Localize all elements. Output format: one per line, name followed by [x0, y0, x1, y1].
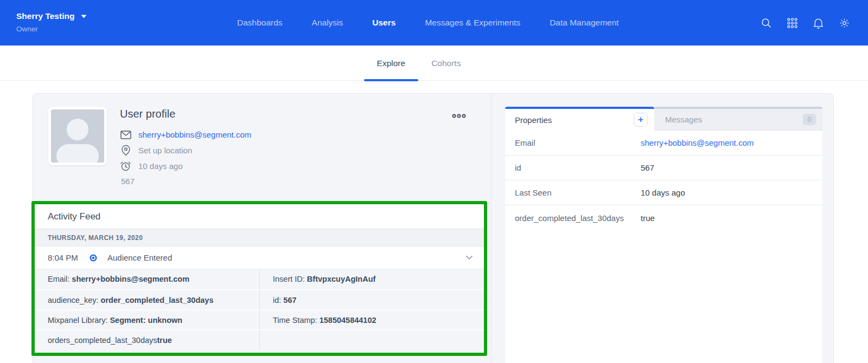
- property-key: id: [505, 163, 641, 172]
- property-key: Email: [505, 138, 641, 147]
- property-row: id 567: [505, 155, 822, 180]
- properties-table: Email sherry+bobbins@segment.com id 567 …: [505, 131, 822, 363]
- main-nav: Dashboards Analysis Users Messages & Exp…: [237, 0, 619, 46]
- event-dot-icon: [89, 254, 98, 262]
- last-seen-clock-icon: [120, 160, 131, 172]
- caret-down-icon: [81, 15, 87, 18]
- chevron-down-icon[interactable]: [465, 255, 473, 260]
- avatar-head-shape: [67, 119, 88, 140]
- tab-explore-label: Explore: [377, 59, 406, 68]
- properties-tabs: Properties + Messages 0: [505, 107, 822, 131]
- profile-id: 567: [121, 177, 135, 186]
- messages-count-badge: 0: [803, 114, 816, 125]
- event-detail-cell-empty: [259, 329, 484, 349]
- project-name: Sherry Testing: [16, 11, 74, 21]
- avatar: [48, 107, 107, 165]
- property-key: order_completed_last_30days: [505, 213, 641, 223]
- user-detail-card: User profile sherry+bobbins@segment.com: [33, 93, 834, 363]
- page-tabs: Explore Cohorts: [0, 46, 868, 81]
- user-role: Owner: [16, 25, 87, 33]
- location-pin-icon: [120, 145, 131, 156]
- property-row: Email sherry+bobbins@segment.com: [505, 131, 822, 155]
- property-row: Last Seen 10 days ago: [505, 180, 822, 205]
- event-detail-cell: Mixpanel Library: Segment: unknown: [35, 309, 259, 329]
- tab-cohorts-label: Cohorts: [431, 59, 461, 68]
- nav-data-management[interactable]: Data Management: [550, 18, 619, 28]
- property-value-email-link[interactable]: sherry+bobbins@segment.com: [641, 138, 822, 147]
- search-icon[interactable]: [760, 17, 772, 29]
- settings-gear-icon[interactable]: [838, 17, 850, 29]
- tab-properties[interactable]: Properties +: [505, 107, 654, 131]
- activity-feed-highlight: Activity Feed THURSDAY, MARCH 19, 2020 8…: [31, 201, 487, 356]
- activity-date-header: THURSDAY, MARCH 19, 2020: [35, 229, 484, 247]
- nav-messages-experiments[interactable]: Messages & Experiments: [425, 18, 520, 28]
- tab-explore[interactable]: Explore: [364, 46, 419, 81]
- profile-title: User profile: [120, 108, 251, 120]
- topbar-icon-group: [760, 0, 850, 46]
- user-profile-section: User profile sherry+bobbins@segment.com: [33, 94, 491, 188]
- tab-properties-label: Properties: [515, 115, 634, 125]
- profile-last-seen: 10 days ago: [138, 161, 183, 171]
- activity-event-row[interactable]: 8:04 PM Audience Entered: [35, 247, 484, 269]
- event-detail-cell: id: 567: [259, 289, 484, 309]
- active-tab-underline: [364, 79, 419, 81]
- property-row: order_completed_last_30days true: [505, 205, 822, 230]
- profile-location[interactable]: Set up location: [138, 146, 192, 155]
- event-time: 8:04 PM: [48, 253, 87, 262]
- tab-cohorts[interactable]: Cohorts: [418, 46, 474, 81]
- property-value: 10 days ago: [641, 188, 822, 197]
- more-options-button[interactable]: [450, 109, 468, 123]
- event-details-grid: Email: sherry+bobbins@segment.com Insert…: [35, 269, 484, 353]
- property-value: true: [641, 213, 822, 223]
- email-envelope-icon: [120, 129, 131, 140]
- nav-analysis[interactable]: Analysis: [312, 18, 343, 28]
- top-navigation-bar: Sherry Testing Owner Dashboards Analysis…: [0, 0, 868, 46]
- activity-feed-title: Activity Feed: [48, 211, 100, 222]
- event-detail-cell: Insert ID: BftvpxcuyAgInAuf: [259, 269, 484, 289]
- tab-messages[interactable]: Messages 0: [654, 107, 822, 131]
- properties-pane: Properties + Messages 0 Email sherry+bob…: [492, 94, 833, 363]
- apps-grid-icon[interactable]: [786, 17, 798, 29]
- project-switcher[interactable]: Sherry Testing Owner: [16, 11, 87, 33]
- profile-email-link[interactable]: sherry+bobbins@segment.com: [138, 130, 251, 139]
- nav-users[interactable]: Users: [372, 18, 395, 28]
- event-detail-cell: audience_key: order_completed_last_30day…: [35, 289, 259, 309]
- event-name: Audience Entered: [107, 253, 465, 262]
- activity-feed-header: Activity Feed: [35, 204, 484, 229]
- add-property-button[interactable]: +: [634, 113, 648, 127]
- tab-messages-label: Messages: [665, 115, 803, 124]
- avatar-body-shape: [56, 144, 99, 163]
- event-detail-cell: Email: sherry+bobbins@segment.com: [35, 269, 259, 289]
- notifications-bell-icon[interactable]: [812, 17, 824, 29]
- profile-pane: User profile sherry+bobbins@segment.com: [33, 94, 492, 363]
- event-detail-cell: orders_completed_last_30daystrue: [35, 329, 259, 349]
- event-detail-cell: Time Stamp: 1585045844102: [259, 309, 484, 329]
- property-value: 567: [641, 163, 822, 172]
- property-key: Last Seen: [505, 188, 641, 197]
- nav-dashboards[interactable]: Dashboards: [237, 18, 283, 28]
